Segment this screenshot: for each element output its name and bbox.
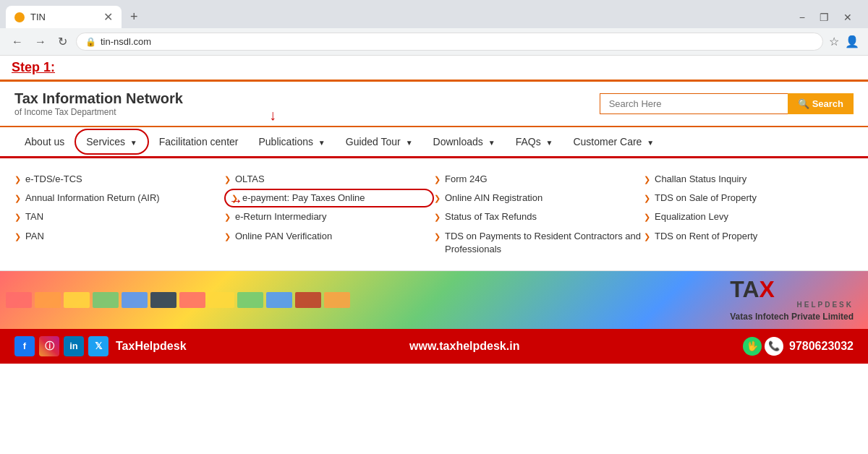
arrow-right-icon: ❯ — [644, 174, 650, 185]
colorful-blocks — [0, 286, 434, 314]
dropdown-item-air[interactable]: ❯ Annual Information Return (AIR) → — [14, 189, 224, 207]
dropdown-section: ❯ e-TDS/e-TCS ❯ Annual Information Retur… — [0, 158, 868, 271]
arrow-right-icon: ❯ — [434, 174, 441, 185]
faqs-label: FAQs — [516, 136, 541, 147]
logo-title: Tax Information Network — [14, 90, 183, 107]
tab-title: TIN — [30, 12, 46, 22]
arrow-right-icon: ❯ — [14, 231, 21, 242]
website-link[interactable]: www.taxhelpdesk.in — [409, 340, 519, 353]
arrow-right-icon: ❯ — [224, 212, 231, 223]
color-block — [150, 292, 176, 308]
search-button[interactable]: 🔍 Search — [788, 93, 854, 114]
dropdown-item-pan-verification[interactable]: ❯ Online PAN Verification — [224, 227, 434, 246]
site-nav: ↓ About us Services ▼ Facilitation cente… — [0, 127, 868, 158]
tab-favicon — [14, 12, 25, 22]
color-block — [295, 292, 321, 308]
dropdown-item-tan[interactable]: ❯ TAN — [14, 207, 224, 226]
downloads-label: Downloads — [433, 136, 483, 147]
phone-area: 🖖 📞 9780623032 — [743, 337, 854, 356]
dropdown-item-label: Online PAN Verification — [235, 230, 332, 243]
dropdown-item-ain-registration[interactable]: ❯ Online AIN Registration — [434, 189, 644, 207]
nav-guided-tour[interactable]: Guided Tour ▼ — [336, 127, 423, 156]
search-button-label: Search — [812, 98, 843, 109]
dropdown-item-pan[interactable]: ❯ PAN — [14, 227, 224, 246]
dropdown-item-oltas[interactable]: ❯ OLTAS — [224, 170, 434, 189]
search-input[interactable] — [600, 93, 788, 114]
dropdown-item-etds[interactable]: ❯ e-TDS/e-TCS — [14, 170, 224, 189]
dropdown-item-label: Online AIN Registration — [445, 192, 542, 205]
nav-about-us[interactable]: About us — [14, 127, 75, 156]
search-icon: 🔍 — [798, 98, 809, 109]
nav-customer-care[interactable]: Customer Care ▼ — [563, 127, 664, 156]
dropdown-item-label: TDS on Sale of Property — [655, 192, 757, 205]
tax-logo-text: TAX — [730, 278, 775, 301]
facebook-icon[interactable]: f — [14, 336, 35, 356]
forward-button[interactable]: → — [32, 34, 49, 50]
dropdown-item-label: Equalization Levy — [655, 210, 728, 223]
dropdown-item-label: Challan Status Inquiry — [655, 173, 746, 186]
new-tab-button[interactable]: + — [124, 7, 144, 27]
dropdown-item-equalization[interactable]: ❯ Equalization Levy — [644, 207, 854, 226]
dropdown-item-label: Annual Information Return (AIR) — [25, 192, 160, 205]
dropdown-item-ereturn[interactable]: ❯ e-Return Intermediary — [224, 207, 434, 226]
whatsapp-icon[interactable]: 🖖 — [743, 337, 762, 356]
dropdown-item-tax-refunds[interactable]: ❯ Status of Tax Refunds — [434, 207, 644, 226]
nav-arrow: ↓ — [269, 107, 276, 124]
dropdown-item-epayment[interactable]: ❯ e-payment: Pay Taxes Online — [224, 189, 434, 207]
reload-button[interactable]: ↻ — [55, 33, 70, 50]
instagram-icon[interactable]: ⓘ — [39, 336, 59, 356]
url-box[interactable]: 🔒 tin-nsdl.com — [76, 33, 823, 51]
tab-close-button[interactable]: ✕ — [103, 10, 113, 24]
dropdown-item-tds-payments[interactable]: ❯ TDS on Payments to Resident Contractor… — [434, 227, 644, 259]
arrow-right-icon: ❯ — [434, 212, 441, 223]
linkedin-icon[interactable]: in — [64, 336, 84, 356]
dropdown-item-label: TDS on Rent of Property — [655, 230, 757, 243]
bookmark-button[interactable]: ☆ — [829, 35, 839, 48]
step-label: Step 1: — [0, 56, 868, 82]
color-block — [266, 292, 292, 308]
customer-care-label: Customer Care — [573, 136, 642, 147]
dropdown-item-tds-sale[interactable]: ❯ TDS on Sale of Property — [644, 189, 854, 207]
dropdown-item-form24g[interactable]: ❯ Form 24G — [434, 170, 644, 189]
bottom-bar: f ⓘ in 𝕏 TaxHelpdesk www.taxhelpdesk.in … — [0, 329, 868, 364]
close-window-button[interactable]: ✕ — [839, 10, 856, 25]
color-block — [6, 292, 32, 308]
user-profile-button[interactable]: 👤 — [845, 35, 859, 48]
back-button[interactable]: ← — [9, 34, 26, 50]
dropdown-col-1: ❯ e-TDS/e-TCS ❯ Annual Information Retur… — [14, 170, 224, 259]
twitter-icon[interactable]: 𝕏 — [88, 336, 109, 356]
window-controls: − ❐ ✕ — [795, 10, 862, 25]
browser-chrome: TIN ✕ + − ❐ ✕ ← → ↻ 🔒 tin-nsdl.com ☆ 👤 — [0, 0, 868, 56]
brand-name: TaxHelpdesk — [116, 340, 187, 353]
maximize-button[interactable]: ❐ — [815, 10, 833, 25]
color-block — [324, 292, 350, 308]
faqs-dropdown-arrow: ▼ — [546, 139, 553, 147]
step-text: Step 1: — [12, 60, 55, 74]
website-content: Tax Information Network of Income Tax De… — [0, 82, 868, 364]
active-tab[interactable]: TIN ✕ — [6, 6, 122, 28]
nav-faqs[interactable]: FAQs ▼ — [506, 127, 563, 156]
phone-icons: 🖖 📞 — [743, 337, 783, 356]
footer-brand: TAX HELPDESK Vatas Infotech Private Limi… — [730, 278, 868, 322]
color-block — [237, 292, 263, 308]
nav-facilitation[interactable]: Facilitation center — [149, 127, 249, 156]
nav-services[interactable]: Services ▼ — [75, 129, 148, 155]
arrow-right-icon: ❯ — [644, 212, 650, 223]
dropdown-item-tds-rent[interactable]: ❯ TDS on Rent of Property — [644, 227, 854, 246]
phone-icon[interactable]: 📞 — [765, 337, 783, 356]
lock-icon: 🔒 — [85, 37, 96, 47]
dropdown-item-label: Status of Tax Refunds — [445, 210, 537, 223]
dropdown-item-label: e-TDS/e-TCS — [25, 173, 82, 186]
dropdown-item-challan[interactable]: ❯ Challan Status Inquiry — [644, 170, 854, 189]
arrow-right-icon: ❯ — [434, 193, 441, 204]
guided-tour-dropdown-arrow: ▼ — [406, 139, 413, 147]
nav-downloads[interactable]: Downloads ▼ — [423, 127, 506, 156]
guided-tour-label: Guided Tour — [346, 136, 401, 147]
minimize-button[interactable]: − — [795, 10, 809, 25]
logo-subtitle: of Income Tax Department — [14, 107, 183, 117]
arrow-right-icon: ❯ — [644, 193, 650, 204]
nav-publications[interactable]: Publications ▼ — [248, 127, 335, 156]
color-block — [35, 292, 61, 308]
dropdown-item-label: PAN — [25, 230, 44, 243]
tax-x-letter: X — [760, 276, 775, 302]
